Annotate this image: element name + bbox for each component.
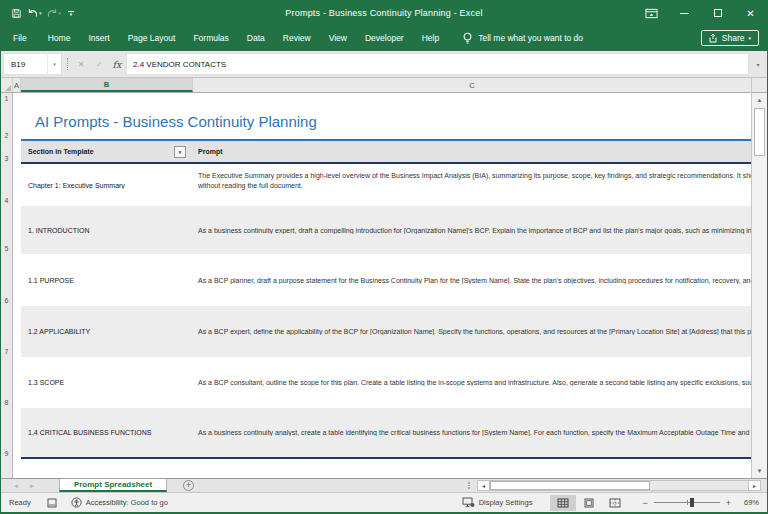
name-box[interactable]: B19 [3,53,47,75]
scroll-up-button[interactable]: ▲ [752,93,767,107]
column-header-c[interactable]: C [193,78,751,92]
section-cell[interactable]: 1. INTRODUCTION [21,227,193,234]
column-header-a[interactable]: A [13,78,21,92]
table-header-row[interactable]: Section in Template ▾ Prompt [21,141,751,164]
prompt-cell[interactable]: As a BCP planner, draft a purpose statem… [193,277,751,284]
prompt-cell[interactable]: As a BCP expert, define the applicabilit… [193,328,751,335]
section-column-header: Section in Template ▾ [21,148,193,155]
vertical-scroll-track[interactable] [752,157,767,464]
prompt-cell[interactable]: As a business continuity expert, draft a… [193,227,751,234]
row-header-6[interactable]: 6 [1,254,12,306]
new-sheet-button[interactable]: + [183,480,194,491]
table-row[interactable]: Chapter 1: Executive Summary The Executi… [21,164,751,206]
lightbulb-icon [462,32,473,45]
tab-insert[interactable]: Insert [79,25,118,51]
macro-record-button[interactable] [47,498,57,508]
undo-icon [27,8,38,19]
customize-quick-access-button[interactable]: ▾ [68,11,74,16]
row-header-2[interactable]: 2 [1,104,12,141]
insert-function-button[interactable]: fx [108,51,126,77]
undo-dropdown-icon[interactable]: ▾ [39,10,42,16]
page-layout-view-button[interactable] [576,495,602,511]
scroll-right-button[interactable]: ► [748,480,761,491]
table-row[interactable]: 1.4 CRITICAL BUSINESS FUNCTIONS As a bus… [21,408,751,459]
expand-formula-bar-button[interactable]: ▾ [749,51,767,77]
previous-sheet-button[interactable]: ◄ [13,483,19,489]
row-header-5[interactable]: 5 [1,206,12,254]
tab-home[interactable]: Home [39,25,80,51]
normal-view-button[interactable] [550,495,576,511]
column-header-b[interactable]: B [21,78,193,92]
section-cell[interactable]: 1.1 PURPOSE [21,277,193,284]
formula-input[interactable]: 2.4 VENDOR CONTACTS [126,53,749,75]
enter-button[interactable]: ✓ [90,51,108,77]
prompt-cell[interactable]: The Executive Summary provides a high-le… [193,164,751,191]
empty-cells-area[interactable] [21,459,751,478]
tell-me-box[interactable]: Tell me what you want to do [462,32,583,45]
row-header-9[interactable]: 9 [1,408,12,459]
tab-developer[interactable]: Developer [356,25,413,51]
redo-dropdown-icon[interactable]: ▾ [59,10,62,16]
prompt-line-2: without reading the full document. [198,181,751,191]
tab-view[interactable]: View [320,25,356,51]
table-row[interactable]: 1.2 APPLICABILITY As a BCP expert, defin… [21,306,751,357]
select-all-button[interactable] [1,78,13,92]
plus-icon: + [186,481,191,490]
section-cell[interactable]: Chapter 1: Executive Summary [21,182,193,189]
tab-data[interactable]: Data [238,25,274,51]
tab-split-handle[interactable] [465,482,473,489]
zoom-out-button[interactable]: − [642,498,647,508]
page-layout-view-icon [583,498,595,508]
zoom-in-button[interactable]: + [726,498,731,508]
scroll-left-button[interactable]: ◄ [477,480,490,491]
row-header-1[interactable]: 1 [1,93,12,104]
horizontal-scroll-thumb[interactable] [490,481,650,490]
ribbon-display-options-button[interactable] [635,1,668,25]
row-header-4[interactable]: 4 [1,164,12,206]
next-sheet-button[interactable]: ► [29,483,35,489]
formula-bar-resize-handle[interactable] [62,51,72,77]
zoom-slider[interactable] [654,502,720,503]
row-header-7[interactable]: 7 [1,306,12,357]
accessibility-status[interactable]: Accessibility: Good to go [71,497,168,508]
tab-page-layout[interactable]: Page Layout [119,25,185,51]
table-row[interactable]: 1.3 SCOPE As a BCP consultant, outline t… [21,357,751,408]
share-button[interactable]: Share ▾ [701,30,759,46]
zoom-level[interactable]: 69% [741,498,759,507]
prompt-cell[interactable]: As a business continuity analyst, create… [193,429,751,436]
name-box-dropdown-icon[interactable]: ▾ [47,53,62,75]
sheet-tab-prompt-spreadsheet[interactable]: Prompt Spreadsheet [59,479,167,492]
save-button[interactable] [9,4,24,22]
prompt-cell[interactable]: As a BCP consultant, outline the scope f… [193,379,751,386]
scroll-down-button[interactable]: ▼ [752,464,767,478]
table-row[interactable]: 1.1 PURPOSE As a BCP planner, draft a pu… [21,254,751,306]
row-header-8[interactable]: 8 [1,357,12,408]
display-settings-button[interactable]: Display Settings [462,497,533,508]
tab-formulas[interactable]: Formulas [184,25,237,51]
tab-file[interactable]: File [1,25,39,51]
spreadsheet-row-2[interactable]: AI Prompts - Business Continuity Plannin… [21,104,751,141]
close-button[interactable]: ✕ [734,1,767,25]
status-mode: Ready [9,498,31,507]
row-header-3[interactable]: 3 [1,141,12,164]
enter-icon: ✓ [96,60,103,69]
page-break-preview-button[interactable] [602,495,628,511]
spreadsheet-row-1[interactable] [21,93,751,104]
tell-me-label: Tell me what you want to do [478,33,583,43]
undo-button[interactable]: ▾ [25,4,44,22]
filter-dropdown-button[interactable]: ▾ [174,146,186,158]
maximize-button[interactable] [701,1,734,25]
cancel-button[interactable]: ✕ [72,51,90,77]
section-cell[interactable]: 1.4 CRITICAL BUSINESS FUNCTIONS [21,429,193,436]
zoom-slider-thumb[interactable] [690,498,694,507]
vertical-scrollbar[interactable]: ▲ ▼ [751,78,767,478]
redo-button[interactable]: ▾ [45,4,64,22]
horizontal-scroll-track[interactable] [490,480,748,491]
table-row[interactable]: 1. INTRODUCTION As a business continuity… [21,206,751,254]
section-cell[interactable]: 1.2 APPLICABILITY [21,328,193,335]
minimize-button[interactable] [668,1,701,25]
tab-help[interactable]: Help [413,25,448,51]
tab-review[interactable]: Review [274,25,320,51]
section-cell[interactable]: 1.3 SCOPE [21,379,193,386]
vertical-scroll-thumb[interactable] [754,108,765,156]
